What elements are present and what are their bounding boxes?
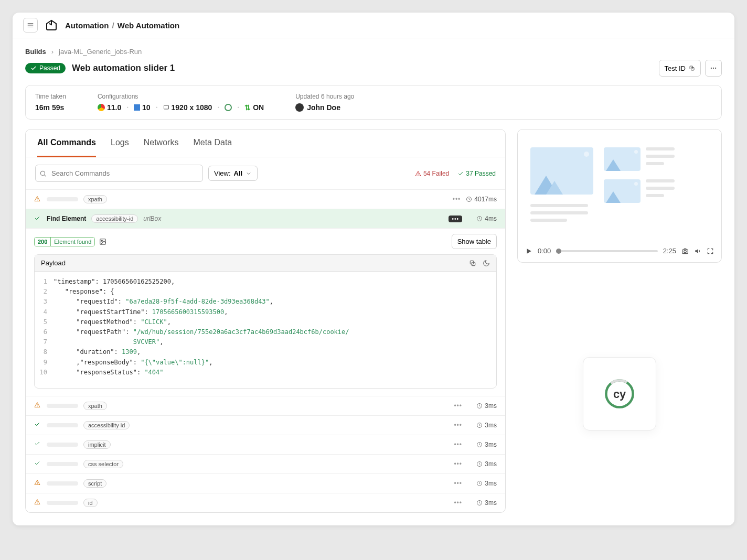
check-icon: [30, 65, 37, 71]
command-row[interactable]: xpath ••• 3ms: [26, 396, 505, 415]
clock-icon: [476, 480, 483, 487]
row-more-icon[interactable]: •••: [454, 441, 462, 448]
chevron-right-icon: ›: [51, 48, 54, 56]
row-more-icon[interactable]: •••: [453, 196, 461, 203]
sub-breadcrumb: Builds › java-ML_Generic_jobs-Run: [25, 48, 722, 56]
user-name: John Doe: [307, 103, 340, 112]
check-icon: [34, 215, 41, 223]
image-icon[interactable]: [99, 238, 106, 245]
image-placeholder: [530, 147, 593, 195]
payload-code: 1"timestamp": 170566560162525200, 2 "res…: [35, 272, 496, 388]
command-row[interactable]: accessibility id ••• 3ms: [26, 415, 505, 435]
svg-point-18: [101, 240, 102, 241]
cypress-small-icon: [225, 104, 232, 111]
svg-point-7: [715, 68, 716, 69]
video-controls: 0:00 2:25: [525, 242, 714, 255]
svg-marker-36: [695, 249, 698, 253]
row-more-icon[interactable]: •••: [454, 422, 462, 429]
response-text: Element found: [51, 238, 94, 246]
tab-logs[interactable]: Logs: [111, 130, 129, 157]
copy-icon[interactable]: [469, 260, 476, 267]
keyboard-icon: •••: [449, 216, 462, 222]
video-progress[interactable]: [556, 250, 657, 252]
user-info: John Doe: [295, 103, 354, 112]
selector-extra: urlBox: [143, 215, 161, 222]
video-current-time: 0:00: [538, 247, 551, 255]
svg-point-35: [684, 250, 687, 253]
image-placeholder: [604, 179, 641, 203]
browser-icon: [98, 104, 105, 111]
tab-metadata[interactable]: Meta Data: [193, 130, 232, 157]
more-actions-button[interactable]: [705, 60, 722, 77]
status-badge-label: Passed: [39, 64, 60, 72]
resolution-value: 1920 x 1080: [172, 103, 212, 112]
copy-icon: [689, 65, 695, 71]
image-placeholder: [604, 147, 641, 171]
browser-version: 11.0: [107, 103, 121, 112]
command-row[interactable]: implicit ••• 3ms: [26, 435, 505, 454]
clock-icon: [476, 403, 483, 409]
row-more-icon[interactable]: •••: [454, 480, 462, 487]
time-taken-block: Time taken 16m 59s: [35, 93, 66, 112]
svg-point-14: [37, 200, 38, 200]
command-row[interactable]: xpath ••• 4017ms: [26, 189, 505, 209]
command-row[interactable]: css selector ••• 3ms: [26, 454, 505, 473]
title-actions: Test ID: [659, 60, 722, 77]
selector-tag: accessibility id: [83, 421, 130, 429]
svg-point-28: [37, 483, 38, 484]
command-expanded: 200 Element found Show table Payload: [26, 228, 505, 396]
view-filter-button[interactable]: View: All: [208, 166, 258, 181]
warning-icon: [34, 402, 41, 410]
hamburger-icon: [27, 21, 34, 29]
chevron-down-icon: [246, 170, 252, 177]
crumb-current[interactable]: java-ML_Generic_jobs-Run: [59, 48, 142, 56]
play-icon[interactable]: [525, 247, 532, 255]
video-preview: [525, 137, 714, 242]
passed-count: 37 Passed: [457, 170, 496, 177]
camera-icon[interactable]: [681, 247, 689, 255]
command-row[interactable]: script ••• 3ms: [26, 473, 505, 493]
info-card: Time taken 16m 59s Configurations 11.0 ·…: [25, 85, 722, 120]
row-more-icon[interactable]: •••: [454, 499, 462, 507]
status-counts: 54 Failed 37 Passed: [415, 170, 496, 177]
volume-icon[interactable]: [694, 247, 701, 255]
breadcrumb-parent[interactable]: Automation: [65, 21, 109, 30]
warning-icon: [34, 196, 41, 203]
row-more-icon[interactable]: •••: [454, 402, 462, 410]
tab-all-commands[interactable]: All Commands: [37, 130, 96, 157]
top-bar: Automation / Web Automation: [13, 13, 734, 38]
resolution-icon: [163, 104, 169, 111]
placeholder: [47, 197, 78, 201]
tabs: All Commands Logs Networks Meta Data: [26, 130, 505, 157]
command-name: Find Element: [47, 215, 86, 222]
show-table-button[interactable]: Show table: [452, 234, 497, 249]
placeholder: [47, 423, 78, 427]
theme-icon[interactable]: [483, 260, 490, 267]
selector-tag: accessibility-id: [91, 214, 138, 223]
test-id-label: Test ID: [665, 64, 686, 72]
title-row: Passed Web automation slider 1 Test ID: [25, 60, 722, 77]
breadcrumb-child[interactable]: Web Automation: [118, 21, 179, 30]
menu-button[interactable]: [23, 18, 38, 33]
cypress-icon: cy: [603, 377, 636, 411]
crumb-root[interactable]: Builds: [25, 48, 46, 56]
updated-block: Updated 6 hours ago John Doe: [295, 93, 354, 112]
row-more-icon[interactable]: •••: [454, 460, 462, 468]
placeholder: [47, 481, 78, 486]
test-id-button[interactable]: Test ID: [659, 60, 701, 77]
placeholder: [47, 501, 78, 505]
fullscreen-icon[interactable]: [707, 247, 714, 255]
search-input[interactable]: [35, 165, 203, 182]
tab-networks[interactable]: Networks: [144, 130, 179, 157]
warning-icon: [415, 170, 421, 177]
clock-icon: [476, 461, 483, 467]
failed-count: 54 Failed: [415, 170, 449, 177]
command-row[interactable]: id ••• 3ms: [26, 493, 505, 512]
svg-point-12: [418, 175, 418, 175]
check-icon: [34, 421, 41, 429]
commands-panel: All Commands Logs Networks Meta Data Vie…: [25, 129, 506, 513]
row-time: 3ms: [467, 402, 497, 410]
clock-icon: [476, 500, 483, 506]
check-icon: [34, 440, 41, 448]
command-row-selected[interactable]: Find Element accessibility-id urlBox •••…: [26, 209, 505, 228]
